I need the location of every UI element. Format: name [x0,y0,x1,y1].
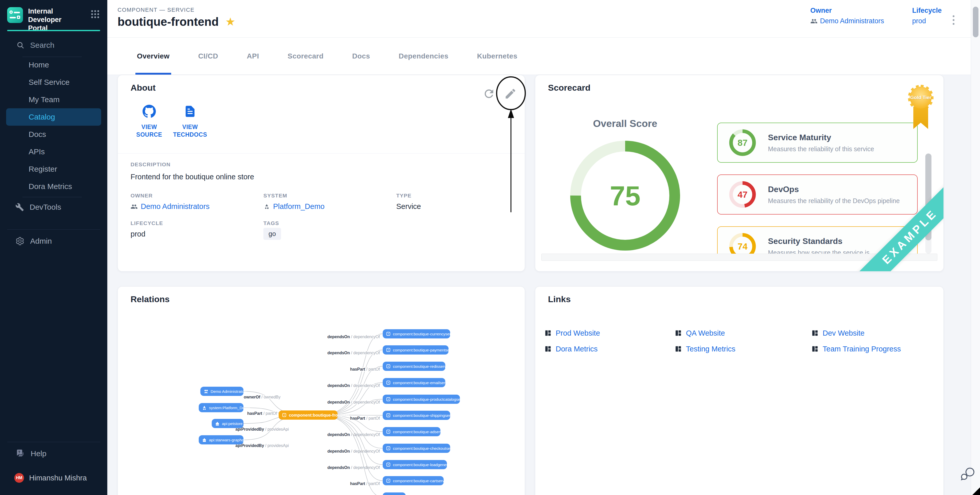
graph-node[interactable] [383,492,406,495]
relations-graph: dependsOn / dependencyOfdependsOn / depe… [118,286,525,495]
links-grid: Prod WebsiteQA WebsiteDev WebsiteDora Me… [544,328,933,354]
link-prod-website[interactable]: Prod Website [544,328,675,338]
graph-node[interactable]: component:boutique-paymentservice [383,345,458,355]
about-card: About VIEW SOURCE VIEW TECHDOCS DESCRIPT… [118,75,525,272]
graph-node[interactable]: api:petstore [212,419,243,428]
tab-docs[interactable]: Docs [338,38,384,75]
svg-text:component:boutique-frontend: component:boutique-frontend [289,413,349,417]
sidebar-item-label: Help [31,449,46,458]
graph-node[interactable]: component:boutique-emailservice [383,378,452,387]
graph-node[interactable]: component:boutique-adservice [383,427,447,436]
tab-overview[interactable]: Overview [123,38,184,75]
view-techdocs-button[interactable]: VIEW TECHDOCS [171,105,209,138]
graph-node[interactable]: component:boutique-cartservice [383,476,449,485]
graph-node[interactable]: component:boutique-loadgenerator [383,460,455,469]
link-team-training-progress[interactable]: Team Training Progress [811,344,933,354]
tab-scorecard[interactable]: Scorecard [274,38,338,75]
relations-card: Relations dependsOn / dependencyOfdepend… [118,286,525,495]
about-title: About [130,83,156,93]
sidebar-item-help[interactable]: ? Help [0,445,107,462]
graph-node[interactable]: api:starwars-graphql [199,435,245,444]
graph-node[interactable]: Demo Administrators [200,387,247,396]
sidebar-item-dora-metrics[interactable]: Dora Metrics [0,178,107,195]
group-icon [130,203,138,210]
sidebar-item-register[interactable]: Register [0,161,107,178]
svg-text:hasPart / partOf: hasPart / partOf [350,481,380,486]
user-name: Himanshu Mishra [29,474,87,482]
svg-text:dependsOn / dependencyOf: dependsOn / dependencyOf [328,449,380,454]
tag-chip[interactable]: go [263,228,281,240]
svg-text:component:boutique-productcata: component:boutique-productcatalogservice [393,397,469,401]
svg-text:hasPart / partOf: hasPart / partOf [247,411,277,415]
sidebar-item-catalog[interactable]: Catalog [6,108,101,126]
svg-text:dependsOn / dependencyOf: dependsOn / dependencyOf [328,400,380,404]
score-list: 87Service MaturityMeasures the reliabili… [717,123,918,254]
brand-title: Internal Developer Portal [28,7,82,32]
graph-node[interactable]: component:boutique-productcatalogservice [383,395,469,404]
owner-field-link[interactable]: Demo Administrators [130,202,210,211]
score-ring: 87 [726,126,759,159]
link-qa-website[interactable]: QA Website [675,328,811,338]
divider [7,229,100,230]
apps-grid-icon[interactable] [91,10,99,18]
sidebar-item-docs[interactable]: Docs [0,126,107,143]
type-field-value: Service [396,202,421,211]
svg-text:dependsOn / dependencyOf: dependsOn / dependencyOf [328,465,380,470]
graph-node[interactable]: component:boutique-shippingservice [383,411,457,420]
link-testing-metrics[interactable]: Testing Metrics [675,344,811,354]
sidebar-item-admin[interactable]: Admin [0,232,107,250]
page-scrollbar[interactable] [971,0,980,495]
corner-cursor [972,487,980,495]
svg-text:component:boutique-loadgenerat: component:boutique-loadgenerator [393,463,455,467]
graph-node[interactable]: component:boutique-frontend [279,411,349,420]
owner-link[interactable]: Demo Administrators [810,17,884,25]
owner-label: Owner [810,6,884,14]
tab-api[interactable]: API [232,38,274,75]
score-item-service-maturity[interactable]: 87Service MaturityMeasures the reliabili… [717,123,918,163]
dashboard-icon [544,345,552,352]
score-item-devops[interactable]: 47DevOpsMeasures the reliability of the … [717,175,918,215]
tab-kubernetes[interactable]: Kubernetes [463,38,531,75]
sidebar-search[interactable]: Search [16,38,54,53]
graph-node[interactable]: component:boutique-checkoutservice [383,444,458,453]
document-icon [183,105,197,118]
favorite-star-icon[interactable]: ★ [225,16,235,27]
edit-pencil-icon[interactable] [504,88,517,100]
svg-text:87: 87 [738,138,748,148]
app-window: Internal Developer Portal Search HomeSel… [0,0,980,495]
tab-ci-cd[interactable]: CI/CD [184,38,232,75]
view-source-button[interactable]: VIEW SOURCE [130,105,169,138]
refresh-icon[interactable] [483,88,495,100]
scrollbar-thumb[interactable] [973,6,978,37]
svg-text:system:Platform_Demo: system:Platform_Demo [209,406,250,410]
link-dev-website[interactable]: Dev Website [811,328,933,338]
graph-node[interactable]: system:Platform_Demo [199,403,250,412]
github-icon [143,105,156,118]
scorecard-title: Scorecard [548,83,590,93]
more-options-icon[interactable] [948,13,959,27]
dashboard-icon [811,345,819,352]
tab-dependencies[interactable]: Dependencies [385,38,463,75]
lifecycle-field-label: LIFECYCLE [130,220,163,226]
system-field-label: SYSTEM [263,193,287,199]
description-label: DESCRIPTION [130,161,171,167]
sidebar-item-self-service[interactable]: Self Service [0,73,107,91]
owner-block: Owner Demo Administrators [810,6,884,25]
graph-node[interactable]: component:boutique-redisservice [383,362,451,371]
sidebar-item-apis[interactable]: APIs [0,143,107,161]
description-value: Frontend for the boutique online store [130,173,254,181]
svg-text:component:boutique-adservice: component:boutique-adservice [393,430,447,434]
chat-bubbles-icon[interactable] [959,465,976,482]
svg-text:dependsOn / dependencyOf: dependsOn / dependencyOf [328,334,380,339]
graph-node[interactable]: component:boutique-currencyservice [383,329,458,338]
sidebar-search-label: Search [30,41,54,49]
sidebar-user[interactable]: HM Himanshu Mishra [0,470,107,486]
system-field-link[interactable]: Platform_Demo [263,202,325,211]
sidebar-item-home[interactable]: Home [0,56,107,73]
sidebar-item-devtools[interactable]: DevTools [0,199,107,216]
svg-text:ownerOf / ownedBy: ownerOf / ownedBy [244,395,280,399]
sidebar-item-my-team[interactable]: My Team [0,91,107,108]
group-icon [810,18,818,25]
link-dora-metrics[interactable]: Dora Metrics [544,344,675,354]
lifecycle-block: Lifecycle prod [912,6,942,25]
